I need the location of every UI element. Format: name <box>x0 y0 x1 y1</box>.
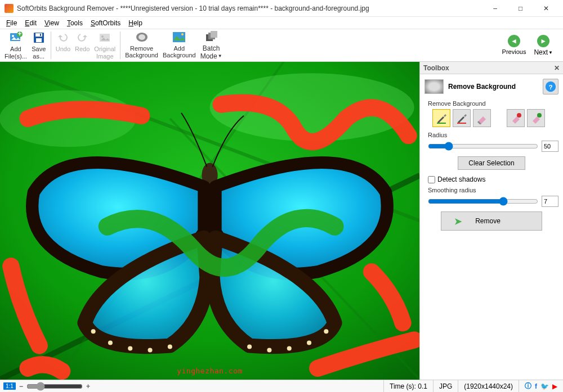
eraser-marker-button[interactable] <box>473 109 491 127</box>
main-toolbar: + Add File(s)... Save as... Undo Redo Or… <box>0 29 563 62</box>
remove-bg-icon <box>135 30 149 44</box>
svg-rect-35 <box>457 123 466 124</box>
svg-point-9 <box>101 35 104 38</box>
smoothing-input[interactable] <box>542 196 558 207</box>
radius-label: Radius <box>428 132 558 138</box>
svg-point-22 <box>91 329 96 334</box>
facebook-icon[interactable]: f <box>535 382 537 390</box>
smoothing-slider[interactable] <box>428 196 538 206</box>
menu-view[interactable]: View <box>41 18 63 28</box>
status-dimensions: (1920x1440x24) <box>458 380 519 392</box>
svg-point-31 <box>247 344 252 349</box>
window-titlebar: SoftOrbits Background Remover - ****Unre… <box>0 0 563 17</box>
redo-icon <box>75 31 89 44</box>
batch-mode-button[interactable]: Batch Mode▼ <box>198 29 225 61</box>
smoothing-label: Smoothing radius <box>428 187 558 193</box>
menu-help[interactable]: Help <box>124 18 146 28</box>
undo-icon <box>56 31 70 44</box>
image-canvas[interactable]: yinghezhan.com <box>0 62 419 380</box>
status-time: Time (s): 0.1 <box>383 380 433 392</box>
detect-shadows-label: Detect shadows <box>437 175 485 183</box>
svg-point-1 <box>12 35 14 37</box>
svg-rect-34 <box>437 123 446 124</box>
svg-rect-7 <box>40 34 41 36</box>
svg-point-30 <box>267 348 271 353</box>
clear-selection-button[interactable]: Clear Selection <box>458 156 525 170</box>
radius-input[interactable] <box>542 141 558 152</box>
twitter-icon[interactable]: 🐦 <box>540 382 549 390</box>
original-image-button[interactable]: Original Image <box>92 30 118 60</box>
remove-button[interactable]: ➤ Remove <box>441 211 542 231</box>
svg-point-36 <box>517 113 521 118</box>
svg-point-26 <box>168 344 172 349</box>
section-thumbnail-icon <box>425 79 444 94</box>
minimize-button[interactable]: – <box>482 0 508 17</box>
background-marker-button[interactable] <box>453 109 471 127</box>
svg-rect-5 <box>35 33 42 37</box>
menu-edit[interactable]: Edit <box>21 18 41 28</box>
window-title: SoftOrbits Background Remover - ****Unre… <box>17 4 482 12</box>
marker-tools-row <box>432 109 558 127</box>
next-icon: ► <box>537 35 549 47</box>
add-background-button[interactable]: Add Background <box>160 29 198 61</box>
batch-icon <box>204 30 218 44</box>
svg-point-24 <box>128 346 132 350</box>
zoom-out-button[interactable]: − <box>18 382 24 390</box>
eraser-bg-button[interactable] <box>527 109 545 127</box>
previous-icon: ◄ <box>508 35 520 47</box>
status-format: JPG <box>433 380 458 392</box>
menu-softorbits[interactable]: SoftOrbits <box>87 18 124 28</box>
svg-text:?: ? <box>549 84 553 91</box>
svg-point-23 <box>108 340 113 345</box>
detect-shadows-checkbox[interactable] <box>428 176 435 183</box>
zoom-reset-button[interactable]: 1:1 <box>3 382 16 390</box>
image-icon <box>98 31 111 44</box>
undo-button[interactable]: Undo <box>53 30 73 60</box>
add-image-icon: + <box>9 31 23 44</box>
svg-point-29 <box>287 346 292 350</box>
svg-point-13 <box>181 33 184 35</box>
svg-point-25 <box>148 348 153 353</box>
info-icon[interactable]: ⓘ <box>525 381 531 391</box>
svg-rect-6 <box>36 38 42 42</box>
toolbox-close-button[interactable]: ✕ <box>554 64 560 72</box>
social-icons: ⓘ f 🐦 ▶ <box>519 380 563 392</box>
zoom-slider[interactable] <box>26 382 83 391</box>
youtube-icon[interactable]: ▶ <box>552 382 557 390</box>
group-label: Remove Background <box>428 100 558 107</box>
foreground-marker-button[interactable] <box>432 109 450 127</box>
svg-point-27 <box>324 329 328 334</box>
save-as-button[interactable]: Save as... <box>29 30 48 60</box>
radius-slider[interactable] <box>428 141 538 151</box>
add-files-button[interactable]: + Add File(s)... <box>2 30 29 60</box>
svg-point-11 <box>138 34 145 40</box>
app-icon <box>5 4 14 13</box>
menu-bar: File Edit View Tools SoftOrbits Help <box>0 17 563 29</box>
svg-text:+: + <box>17 31 21 38</box>
toolbox-panel: Toolbox ✕ Remove Background ? Remove Bac… <box>419 62 563 380</box>
redo-button[interactable]: Redo <box>73 30 92 60</box>
status-bar: 1:1 − + Time (s): 0.1 JPG (1920x1440x24)… <box>0 380 563 392</box>
add-bg-icon <box>172 30 186 44</box>
next-button[interactable]: ► Next▼ <box>530 34 556 57</box>
menu-tools[interactable]: Tools <box>63 18 87 28</box>
svg-rect-12 <box>173 32 185 42</box>
eraser-fg-button[interactable] <box>507 109 525 127</box>
help-button[interactable]: ? <box>543 79 558 94</box>
toolbox-header: Toolbox ✕ <box>420 62 563 74</box>
svg-point-37 <box>537 113 542 118</box>
previous-button[interactable]: ◄ Previous <box>499 34 530 57</box>
zoom-in-button[interactable]: + <box>85 382 91 390</box>
remove-background-button[interactable]: Remove Background <box>123 29 160 61</box>
close-button[interactable]: ✕ <box>533 0 558 17</box>
section-title: Remove Background <box>448 83 538 91</box>
menu-file[interactable]: File <box>2 18 21 28</box>
save-icon <box>32 31 46 44</box>
svg-rect-16 <box>211 31 217 38</box>
svg-point-28 <box>307 340 311 345</box>
maximize-button[interactable]: □ <box>508 0 533 17</box>
toolbox-title: Toolbox <box>423 64 449 72</box>
main-area: yinghezhan.com Toolbox ✕ Remove Backgrou… <box>0 62 563 380</box>
run-arrow-icon: ➤ <box>454 216 462 227</box>
